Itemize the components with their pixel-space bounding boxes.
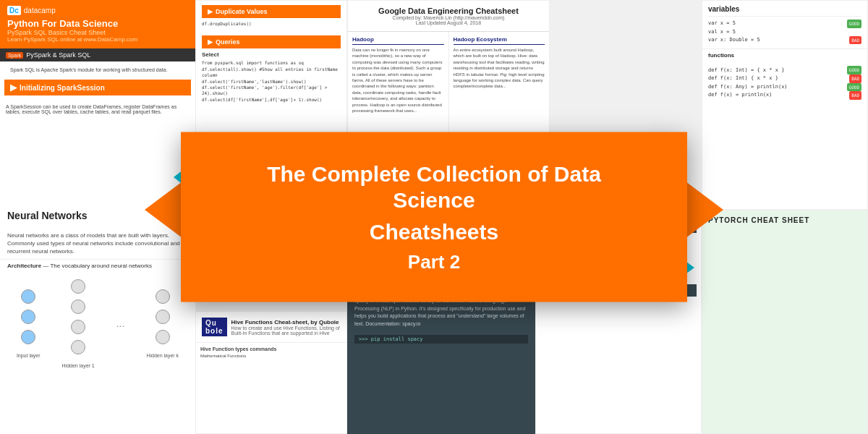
badge-good-1: GOOD	[847, 20, 861, 28]
background-collage: Dc datacamp Python For Data Science PySp…	[0, 0, 868, 434]
func-code-1: def f(x: Int) = { x * x } GOOD	[708, 66, 861, 75]
hadoop-title: Hadoop	[352, 36, 444, 45]
dc-icon: Dc	[7, 6, 21, 15]
arrow-icon: ▶	[208, 38, 213, 46]
datacamp-label: datacamp	[24, 7, 56, 14]
pyspark-logo: Dc datacamp	[7, 6, 188, 15]
hiddenk-label: Hidden layer k	[146, 353, 179, 358]
nn-node	[156, 330, 170, 344]
sql-code-1: df.dropDuplicates()	[202, 21, 341, 27]
spark-logo: Spark	[6, 52, 23, 59]
queries-header: ▶ Queries	[202, 35, 341, 48]
google-title: Google Data Engineering Cheatsheet	[354, 7, 543, 15]
nn-node	[71, 340, 85, 354]
scala-variables-section: variables var x = 5 GOOD val x = 5 var x…	[702, 1, 867, 48]
select-label: Select	[202, 51, 341, 58]
ecosystem-text: An entire ecosystem built around Hadoop,…	[454, 47, 545, 90]
scala-code-3: var x: Double = 5 BAD	[708, 36, 861, 45]
hive-logo: Qubole Hive Functions Cheat-sheet, by Qu…	[202, 318, 341, 336]
arch-bold: Architecture	[7, 263, 41, 269]
pyspark-subtitle: PySpark SQL Basics Cheat Sheet	[7, 29, 188, 36]
sql-code-3: df.select(all).show() #Show all entries …	[202, 67, 341, 79]
sql-code-6: df.select(df['firstName'],df['age']+ 1).…	[202, 97, 341, 103]
init-spark-section: ▶ Initializing SparkSession	[4, 80, 191, 95]
init-spark-label: Initializing SparkSession	[20, 84, 105, 92]
arrow-icon: ▶	[10, 82, 17, 93]
hive-title-group: Hive Functions Cheat-sheet, by Qubole Ho…	[231, 319, 341, 336]
hive-section2: Mathematical Functions	[200, 354, 342, 359]
banner-line2: Cheatsheets	[224, 219, 644, 245]
banner-line1: The Complete Collection of Data Science	[224, 161, 644, 213]
hive-section1: Hive Function types commands	[200, 346, 342, 352]
hiddenk-layer: Hidden layer k	[146, 289, 179, 358]
dots-layer: ...	[116, 318, 125, 329]
sql-queries-section: ▶ Queries Select from pyspark.sql import…	[196, 31, 346, 107]
spacy-install: >>> pip install spacy	[354, 335, 528, 344]
duplicate-label: Duplicate Values	[216, 8, 268, 15]
func-badge-bad-1: BAD	[849, 75, 861, 83]
func-code-3: def f(x: Any) = println(x) GOOD	[708, 83, 861, 92]
google-subtitle: Compiled by: Maverick Lin (http://maveri…	[354, 15, 543, 20]
nn-node	[156, 310, 170, 324]
dots: ...	[116, 318, 125, 329]
func-badge-bad-2: BAD	[849, 91, 861, 100]
pyspark-header: Dc datacamp Python For Data Science PySp…	[0, 0, 195, 48]
variables-title: variables	[708, 5, 861, 17]
pyspark-link: Learn PySpark SQL online at www.DataCamp…	[7, 36, 188, 43]
pyspark-body: A SparkSession can be used to create Dat…	[0, 100, 195, 119]
input-label: Input layer	[17, 353, 41, 358]
spark-sql-bar: Spark PySpark & Spark SQL	[0, 48, 195, 61]
qubole-logo: Qubole	[202, 318, 227, 336]
arch-desc: — The vocabulary around neural networks	[43, 263, 152, 269]
hive-title: Hive Functions Cheat-sheet, by Qubole	[231, 319, 341, 326]
ecosystem-title: Hadoop Ecosystem	[454, 36, 545, 45]
neural-diagram: Input layer Hidden layer 1 ... Hidden la…	[0, 272, 195, 375]
hive-sheet: Qubole Hive Functions Cheat-sheet, by Qu…	[195, 311, 347, 434]
google-updated: Last Updated August 4, 2018	[354, 20, 543, 25]
func-badge-good-1: GOOD	[847, 66, 861, 75]
spark-desc: Spark SQL is Apache Spark's module for w…	[4, 64, 191, 75]
pyspark-title: Python For Data Science	[7, 18, 188, 29]
hidden1-label: Hidden layer 1	[62, 363, 95, 368]
sql-code-5: df.select('firstName', 'age').filter(df[…	[202, 85, 341, 97]
hive-header: Qubole Hive Functions Cheat-sheet, by Qu…	[196, 312, 346, 343]
google-header: Google Data Engineering Cheatsheet Compi…	[348, 1, 549, 32]
nn-node	[71, 320, 85, 334]
sql-duplicate-section: ▶ Duplicate Values df.dropDuplicates()	[196, 1, 346, 31]
nn-node	[21, 330, 35, 344]
func-code-2: def f(x: Int) { x * x } BAD	[708, 75, 861, 83]
spark-sql-label: PySpark & Spark SQL	[26, 51, 90, 59]
pytorch-title: PYTORCH CHEAT SHEET	[702, 210, 867, 230]
hive-subtitle: How to create and use Hive Functions, Li…	[231, 326, 341, 336]
nn-node	[21, 310, 35, 324]
hive-body: Hive Function types commands Mathematica…	[196, 343, 346, 362]
functions-title: functions	[702, 48, 867, 61]
arch-line: Architecture — The vocabulary around neu…	[0, 259, 195, 272]
banner-line3: Part 2	[224, 251, 644, 273]
nn-node	[71, 299, 85, 314]
main-banner: The Complete Collection of Data Science …	[181, 132, 687, 302]
badge-bad-1: BAD	[849, 36, 861, 45]
pytorch-sheet: PYTORCH CHEAT SHEET	[702, 210, 868, 434]
sql-code-4: df.select('firstName','lastName').show()	[202, 79, 341, 85]
scala-code-1: var x = 5 GOOD	[708, 20, 861, 28]
nn-node	[71, 279, 85, 294]
duplicate-header: ▶ Duplicate Values	[202, 5, 341, 18]
scala-functions-section: def f(x: Int) = { x * x } GOOD def f(x: …	[702, 61, 867, 103]
queries-label: Queries	[216, 38, 240, 46]
hidden-layer-1: Hidden layer 1	[62, 279, 95, 368]
nn-node	[156, 289, 170, 304]
nn-node	[21, 289, 35, 304]
scala-code-2: val x = 5	[708, 28, 861, 36]
scala-sheet: variables var x = 5 GOOD val x = 5 var x…	[702, 0, 868, 210]
arrow-icon: ▶	[208, 8, 213, 15]
func-badge-good-2: GOOD	[847, 83, 861, 92]
hadoop-text: Data can no longer fit in memory on one …	[352, 47, 444, 114]
sql-code-2: from pyspark.sql import functions as sq	[202, 60, 341, 66]
func-code-4: def f(x) = println(x) BAD	[708, 91, 861, 100]
input-layer: Input layer	[17, 289, 41, 358]
